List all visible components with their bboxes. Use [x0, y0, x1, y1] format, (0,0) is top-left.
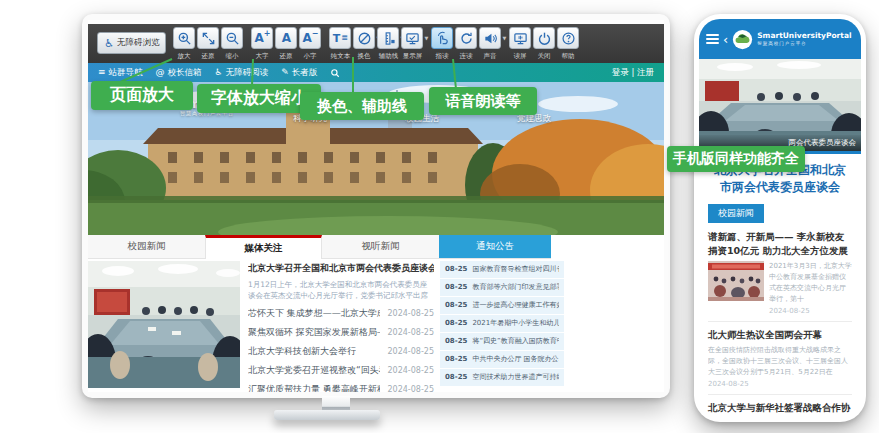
news-headline[interactable]: 北京大学召开全国和北京市两会代表委员座谈会	[248, 262, 434, 275]
font-restore-button[interactable]: A	[275, 27, 297, 49]
article-date: 2024-08-25	[708, 380, 852, 388]
news-list-item[interactable]: 北京大学科技创新大会举行2024-08-25	[248, 342, 434, 361]
toolbar-button-label: 读屏	[514, 51, 527, 60]
app-logo-icon	[732, 29, 753, 50]
display-screen-button[interactable]	[401, 27, 423, 49]
news-section: 校园新闻 媒体关注 视听新闻 通知公告	[88, 235, 664, 392]
mobile-article[interactable]: 北大师生热议全国两会开幕在全国疫情防控阻击战取得重大战略成果之际，全国政协十三届…	[708, 328, 852, 388]
search-button[interactable]	[330, 68, 340, 78]
section-badge[interactable]: 校园新闻	[708, 204, 764, 223]
news-item-title: 聚焦双循环 探究国家发展新格局—...	[248, 326, 380, 339]
news-item-date: 2024-08-25	[388, 385, 435, 392]
quicknav-item-label: 长者版	[292, 67, 318, 79]
notice-item[interactable]: 08-25国家教育督导检查组对四川省...	[440, 261, 564, 278]
toolbar-button-label: 小字	[304, 51, 317, 60]
notice-item[interactable]: 08-25将“四史”教育融入国防教育中	[440, 333, 564, 350]
font-larger-button[interactable]: A+	[251, 27, 273, 49]
back-chevron-icon[interactable]: ‹	[723, 33, 728, 46]
notice-item[interactable]: 08-25中共中央办公厅 国务院办公...	[440, 351, 564, 368]
toolbar-button-label: 连读	[460, 51, 473, 60]
mobile-header: ‹ SmartUniversityPortal 智慧高校门户云平台	[699, 19, 861, 59]
mobile-phone-mockup: ‹ SmartUniversityPortal 智慧高校门户云平台	[694, 14, 866, 422]
font-smaller-icon: A−	[302, 32, 318, 44]
tab-notices[interactable]: 通知公告	[439, 235, 551, 258]
tab-av-news[interactable]: 视听新闻	[322, 235, 439, 258]
login-register-links[interactable]: 登录 | 注册	[612, 67, 654, 79]
article-divider	[708, 321, 852, 322]
toolbar-button-label: 换色	[358, 51, 371, 60]
quicknav-item-senior-version[interactable]: ✎长者版	[281, 67, 317, 79]
change-color-button[interactable]	[353, 27, 375, 49]
mobile-article[interactable]: 北京大学与新华社签署战略合作协议	[708, 401, 852, 417]
change-color-icon	[357, 31, 372, 46]
news-item-date: 2024-08-25	[388, 366, 435, 375]
article-divider	[708, 394, 852, 395]
toolbar-item-zoom-out: 缩小	[220, 27, 244, 61]
news-list-item[interactable]: 聚焦双循环 探究国家发展新格局—...2024-08-25	[248, 323, 434, 342]
help-icon	[561, 31, 576, 46]
zoom-restore-button[interactable]	[197, 27, 219, 49]
news-item-title: 北京大学科技创新大会举行	[248, 345, 356, 358]
toolbar-item-zoom-in: 放大	[172, 27, 196, 61]
article-thumbnail-photo	[708, 261, 764, 301]
quicknav-items: ≡站群导航@校长信箱♿无障碍阅读✎长者版	[98, 67, 317, 79]
news-summary: 1月12日上午，北京大学全国和北京市两会代表委员座谈会在英杰交流中心月光厅举行，…	[248, 279, 434, 302]
font-smaller-button[interactable]: A−	[299, 27, 321, 49]
help-button[interactable]	[557, 27, 579, 49]
sound-button[interactable]	[479, 27, 501, 49]
plain-text-button[interactable]: T≣	[329, 27, 351, 49]
mobile-hero-slide[interactable]: 两会代表委员座谈会	[699, 59, 861, 151]
news-list-item[interactable]: 汇聚优质帮扶力量 勇攀高峰开新程—...2024-08-25	[248, 380, 434, 392]
notice-title: 中共中央办公厅 国务院办公...	[472, 354, 559, 364]
annotation-page-zoom: 页面放大	[91, 81, 193, 110]
menu-icon[interactable]	[706, 32, 719, 46]
article-title: 谱新篇、开新局—— 李永新校友捐资10亿元 助力北大全方位发展	[708, 230, 852, 258]
toolbar-item-screen-reader: 读屏	[508, 27, 532, 61]
news-item-title: 芯怀天下 集成梦想——北京大学成...	[248, 307, 380, 320]
dropdown-caret-icon[interactable]: ▼	[503, 35, 507, 41]
zoom-in-button[interactable]	[173, 27, 195, 49]
accessible-reading-icon: ♿	[215, 68, 223, 77]
toolbar-button-label: 指读	[436, 51, 449, 60]
screen-reader-button[interactable]	[509, 27, 531, 49]
meeting-room-photo	[88, 261, 240, 388]
dropdown-caret-icon[interactable]: ▼	[425, 35, 429, 41]
news-list-item[interactable]: 芯怀天下 集成梦想——北京大学成...2024-08-25	[248, 304, 434, 323]
annotation-mobile-parity: 手机版同样功能齐全	[667, 146, 805, 172]
president-mailbox-icon: @	[156, 68, 165, 77]
toolbar-item-continuous-read: 连读	[454, 27, 478, 61]
notice-title: 2021年暑期中小学生和幼儿	[472, 318, 559, 328]
notice-item[interactable]: 08-25空间技术助力世界遗产可持续...	[440, 369, 564, 386]
wheelchair-icon: ♿	[104, 38, 114, 49]
quicknav-item-accessible-reading[interactable]: ♿无障碍阅读	[215, 67, 269, 79]
article-date: 2024-08-25	[769, 307, 852, 315]
accessibility-mode-button[interactable]: ♿ 无障碍浏览	[97, 32, 166, 54]
plain-text-icon: T	[333, 33, 341, 44]
news-featured-photo[interactable]	[88, 261, 240, 388]
notice-item[interactable]: 08-25教育部等六部门印发意见部署...	[440, 279, 564, 296]
mobile-article[interactable]: 谱新篇、开新局—— 李永新校友捐资10亿元 助力北大全方位发展2021年3月3日…	[708, 230, 852, 315]
point-read-button[interactable]	[431, 27, 453, 49]
guide-line-button[interactable]	[377, 27, 399, 49]
tab-media-focus[interactable]: 媒体关注	[205, 235, 322, 259]
mobile-search-icon[interactable]	[860, 33, 861, 46]
toolbar-item-font-restore: A还原	[274, 27, 298, 61]
article-title: 北大师生热议全国两会开幕	[708, 328, 852, 342]
news-middle-column: 北京大学召开全国和北京市两会代表委员座谈会 1月12日上午，北京大学全国和北京市…	[248, 262, 434, 388]
quicknav-item-label: 站群导航	[109, 67, 143, 79]
search-icon	[330, 68, 340, 78]
notice-item[interactable]: 08-25进一步提高心理健康工作有效...	[440, 297, 564, 314]
quicknav-item-site-group-nav[interactable]: ≡站群导航	[98, 67, 143, 79]
news-item-title: 北京大学党委召开巡视整改“回头看...	[248, 364, 380, 377]
zoom-out-button[interactable]	[221, 27, 243, 49]
quicknav-item-president-mailbox[interactable]: @校长信箱	[156, 67, 202, 79]
continuous-read-button[interactable]	[455, 27, 477, 49]
news-list-item[interactable]: 北京大学党委召开巡视整改“回头看...2024-08-25	[248, 361, 434, 380]
tab-campus-news[interactable]: 校园新闻	[88, 235, 205, 258]
close-button[interactable]	[533, 27, 555, 49]
toolbar-button-label: 纯文本	[331, 51, 350, 60]
monitor-stand-base	[274, 410, 380, 420]
notice-item[interactable]: 08-252021年暑期中小学生和幼儿	[440, 315, 564, 332]
toolbar-button-label: 还原	[202, 51, 215, 60]
article-title: 北京大学与新华社签署战略合作协议	[708, 401, 852, 417]
